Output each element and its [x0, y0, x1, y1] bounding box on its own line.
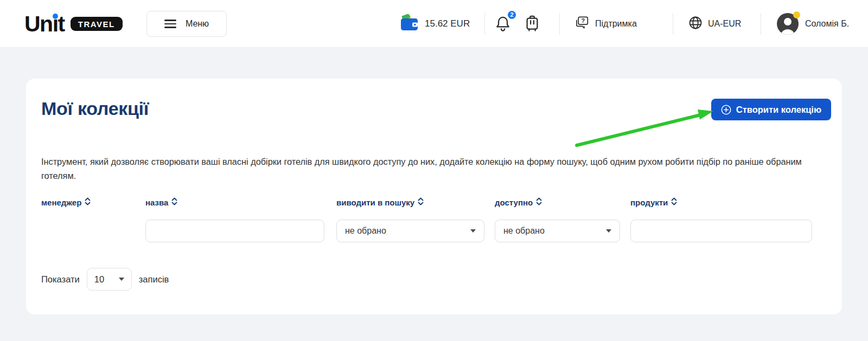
header-divider — [761, 13, 761, 35]
page-title: Мої колекції — [41, 98, 149, 119]
user-name: Соломія Б. — [805, 19, 849, 29]
filter-show-in-search: не обрано — [336, 220, 484, 242]
avatar — [777, 13, 799, 35]
sort-icon — [418, 197, 424, 208]
sort-icon — [536, 197, 542, 208]
bell-icon: 2 — [495, 15, 511, 34]
column-header-show-in-search[interactable]: виводити в пошуку — [336, 197, 484, 208]
show-in-search-select[interactable]: не обрано — [336, 220, 484, 242]
header-divider — [673, 13, 673, 35]
status-dot — [793, 11, 800, 18]
annotation-arrow — [571, 105, 718, 153]
column-header-manager[interactable]: менеджер — [41, 197, 91, 208]
show-label: Показати — [41, 274, 80, 285]
sort-icon — [85, 197, 91, 208]
create-collection-label: Створити колекцію — [736, 105, 821, 115]
column-header-name[interactable]: назва — [145, 197, 324, 208]
column-label: продукти — [630, 198, 668, 207]
logo-text: Unıt — [24, 13, 65, 35]
menu-label: Меню — [186, 19, 209, 29]
column-label: доступно — [495, 198, 533, 207]
pagination: Показати 10 записів — [41, 268, 169, 291]
name-filter-input[interactable] — [145, 220, 324, 242]
top-header: Unıt TRAVEL Меню 15.62 EUR 2 — [0, 0, 868, 48]
available-select[interactable]: не обрано — [495, 220, 620, 242]
hamburger-icon — [164, 20, 176, 28]
globe-icon — [688, 15, 703, 33]
collections-card: Мої колекції Створити колекцію Інструмен… — [26, 79, 842, 314]
suitcase-icon — [524, 14, 540, 34]
create-collection-button[interactable]: Створити колекцію — [711, 99, 831, 120]
wallet-balance[interactable]: 15.62 EUR — [400, 0, 470, 48]
support-link[interactable]: ? Підтримка — [573, 0, 637, 48]
support-label: Підтримка — [595, 19, 637, 29]
column-label: менеджер — [41, 198, 81, 207]
column-header-products[interactable]: продукти — [630, 197, 812, 208]
select-value: не обрано — [345, 226, 386, 236]
column-header-available[interactable]: доступно — [495, 197, 620, 208]
filter-products — [630, 220, 812, 242]
filter-name — [145, 220, 324, 242]
caret-down-icon — [606, 229, 611, 233]
page-size-select[interactable]: 10 — [87, 268, 132, 291]
support-chat-icon: ? — [573, 15, 590, 33]
sort-icon — [671, 197, 677, 208]
header-divider — [559, 13, 560, 35]
column-label: назва — [145, 198, 168, 207]
sort-icon — [171, 197, 177, 208]
notification-count-badge: 2 — [507, 10, 517, 20]
user-menu[interactable]: Соломія Б. — [777, 0, 849, 48]
caret-down-icon — [119, 278, 124, 281]
wallet-icon — [400, 14, 419, 34]
menu-button[interactable]: Меню — [146, 11, 227, 37]
filter-available: не обрано — [495, 220, 620, 242]
notifications-button[interactable]: 2 — [495, 0, 511, 48]
plus-circle-icon — [721, 105, 731, 115]
wallet-balance-text: 15.62 EUR — [425, 18, 470, 29]
page-size-value: 10 — [94, 274, 104, 285]
logo-travel-badge: TRAVEL — [71, 17, 123, 31]
page-description: Інструмент, який дозволяє створювати ваш… — [41, 155, 819, 183]
locale-currency-label: UA-EUR — [708, 19, 741, 29]
header-divider — [484, 13, 485, 35]
select-value: не обрано — [503, 226, 545, 236]
caret-down-icon — [470, 229, 476, 233]
logo[interactable]: Unıt TRAVEL — [24, 0, 123, 48]
locale-currency-selector[interactable]: UA-EUR — [688, 0, 741, 48]
products-filter-input[interactable] — [630, 220, 812, 242]
records-label: записів — [139, 274, 169, 285]
svg-text:?: ? — [581, 17, 585, 24]
column-label: виводити в пошуку — [336, 198, 414, 207]
luggage-button[interactable] — [524, 0, 540, 48]
